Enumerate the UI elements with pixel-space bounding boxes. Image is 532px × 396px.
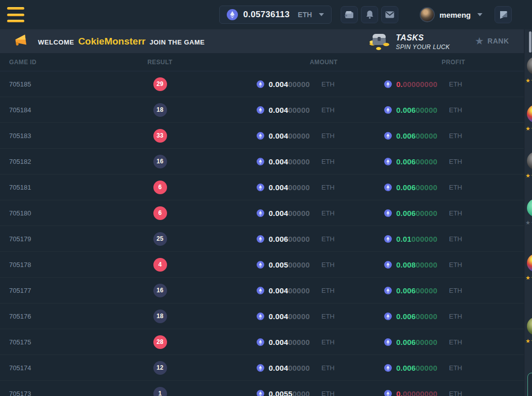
result-badge: 29 — [153, 77, 167, 91]
wallet-button[interactable] — [341, 6, 358, 23]
game-id: 705181 — [0, 184, 142, 191]
result-badge: 28 — [153, 335, 167, 349]
eth-icon — [257, 364, 264, 372]
result-badge: 6 — [153, 206, 167, 220]
table-row[interactable]: 70517618 0.00400000ETH 0.00600000ETH — [0, 303, 524, 329]
game-id: 705177 — [0, 287, 142, 294]
hamburger-menu-icon[interactable] — [7, 7, 24, 22]
game-id: 705180 — [0, 209, 142, 217]
treasure-chest-icon — [367, 31, 390, 53]
currency-label: ETH — [449, 338, 465, 346]
eth-icon — [257, 80, 264, 88]
player-avatar[interactable] — [527, 317, 532, 335]
game-id: 705182 — [0, 158, 142, 165]
eth-icon — [257, 184, 264, 191]
balance-currency: ETH — [298, 11, 312, 19]
eth-icon — [384, 235, 392, 243]
table-row[interactable]: 7051806 0.00400000ETH 0.00600000ETH — [0, 200, 524, 226]
balance-amount: 0.05736113 — [243, 10, 290, 20]
wallet-icon — [345, 11, 354, 19]
eth-icon — [257, 390, 264, 396]
eth-icon — [257, 313, 264, 320]
profit-cell: 0.00600000ETH — [338, 157, 465, 166]
amount-cell: 0.00400000ETH — [178, 131, 338, 140]
currency-label: ETH — [449, 132, 465, 140]
currency-label: ETH — [321, 158, 338, 165]
table-row[interactable]: 70517925 0.00600000ETH 0.01000000ETH — [0, 226, 524, 252]
game-id: 705184 — [0, 106, 142, 114]
eth-icon — [384, 313, 392, 320]
player-avatar[interactable] — [527, 105, 532, 123]
amount-cell: 0.00500000ETH — [178, 260, 338, 269]
table-row[interactable]: 70517412 0.00400000ETH 0.00600000ETH — [0, 355, 524, 381]
eth-icon — [257, 261, 264, 269]
currency-label: ETH — [449, 235, 465, 243]
profit-cell: 0.00600000ETH — [338, 286, 465, 295]
currency-label: ETH — [321, 209, 338, 217]
eth-icon — [257, 132, 264, 140]
star-icon: ★ — [475, 36, 484, 46]
eth-icon — [384, 106, 392, 114]
table-row[interactable]: 70518418 0.00400000ETH 0.00600000ETH — [0, 97, 524, 123]
currency-label: ETH — [449, 364, 465, 372]
profit-cell: 0.00600000ETH — [338, 209, 465, 217]
amount-cell: 0.00400000ETH — [178, 157, 338, 166]
profit-cell: 0.00000000ETH — [338, 80, 465, 89]
table-row[interactable]: 70517528 0.00400000ETH 0.00600000ETH — [0, 329, 524, 355]
table-row[interactable]: 70518333 0.00400000ETH 0.00600000ETH — [0, 123, 524, 149]
table-row[interactable]: 70517716 0.00400000ETH 0.00600000ETH — [0, 278, 524, 303]
player-avatar[interactable] — [527, 199, 532, 217]
table-row[interactable]: 70518216 0.00400000ETH 0.00600000ETH — [0, 149, 524, 174]
notifications-button[interactable] — [361, 6, 378, 23]
amount-cell: 0.00400000ETH — [178, 106, 338, 114]
scrollbar-thumb[interactable] — [529, 31, 531, 53]
chat-sidebar-edge: ★★★★★★★★★★★★★★★★★★ — [524, 29, 532, 396]
game-id: 705183 — [0, 132, 142, 140]
result-badge: 18 — [153, 103, 167, 117]
profit-cell: 0.00600000ETH — [338, 364, 465, 372]
currency-label: ETH — [321, 364, 338, 372]
eth-icon — [257, 106, 264, 114]
rank-label: RANK — [487, 37, 509, 45]
table-row[interactable]: 7051816 0.00400000ETH 0.00600000ETH — [0, 174, 524, 200]
player-stars: ★★★ — [525, 219, 532, 226]
balance-selector[interactable]: 0.05736113 ETH — [219, 6, 332, 24]
result-badge: 16 — [153, 155, 167, 168]
currency-label: ETH — [449, 261, 465, 269]
currency-label: ETH — [321, 235, 338, 243]
player-stars: ★★★ — [525, 275, 532, 281]
player-stars: ★★★ — [525, 172, 532, 179]
rank-widget[interactable]: ★ RANK — [475, 36, 509, 46]
table-row[interactable]: 7051784 0.00500000ETH 0.00800000ETH — [0, 252, 524, 278]
eth-icon — [257, 287, 264, 294]
result-badge: 4 — [153, 258, 167, 272]
table-row[interactable]: 7051731 0.00550000ETH 0.00000000ETH — [0, 381, 524, 396]
result-badge: 16 — [153, 284, 167, 297]
user-name: memeng — [439, 11, 471, 19]
game-id: 705185 — [0, 80, 142, 88]
eth-icon — [384, 390, 392, 396]
eth-icon — [384, 158, 392, 165]
currency-label: ETH — [321, 132, 338, 140]
player-avatar[interactable] — [527, 152, 532, 170]
user-avatar — [420, 7, 435, 22]
amount-cell: 0.00400000ETH — [178, 338, 338, 346]
eth-icon — [384, 80, 392, 88]
messages-button[interactable] — [381, 6, 398, 23]
column-game-id: GAME ID — [0, 59, 142, 66]
chat-toggle-button[interactable] — [495, 6, 512, 23]
eth-icon — [227, 9, 238, 20]
table-row[interactable]: 70518529 0.00400000ETH 0.00000000ETH — [0, 71, 524, 97]
profit-cell: 0.00600000ETH — [338, 312, 465, 321]
currency-label: ETH — [321, 106, 338, 114]
player-stars: ★★★ — [525, 125, 532, 132]
eth-icon — [384, 209, 392, 217]
tasks-widget[interactable]: TASKS SPIN YOUR LUCK — [367, 31, 450, 53]
user-menu[interactable]: memeng — [420, 7, 482, 22]
eth-icon — [384, 184, 392, 191]
player-avatar[interactable] — [527, 254, 532, 272]
currency-label: ETH — [321, 338, 338, 346]
game-id: 705178 — [0, 261, 142, 269]
amount-cell: 0.00400000ETH — [178, 209, 338, 217]
player-avatar[interactable] — [527, 57, 532, 75]
